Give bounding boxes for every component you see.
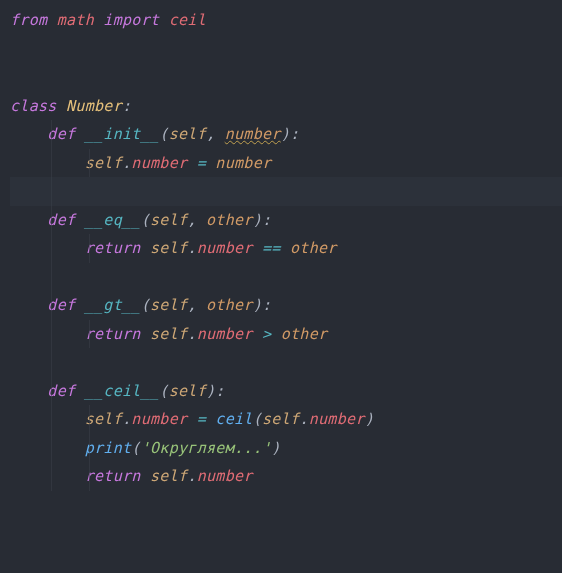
code-line[interactable]: self.number = ceil(self.number)	[10, 405, 562, 434]
lparen: (	[159, 125, 168, 143]
attribute: number	[197, 325, 253, 343]
code-line[interactable]: return self.number == other	[10, 234, 562, 263]
comma: ,	[187, 211, 206, 229]
rparen: )	[253, 296, 262, 314]
rparen: )	[253, 211, 262, 229]
keyword-return: return	[85, 239, 141, 257]
keyword-from: from	[10, 11, 47, 29]
blank-line-highlighted[interactable]	[10, 177, 562, 206]
blank-line[interactable]	[10, 263, 562, 292]
rparen: )	[271, 439, 280, 457]
attribute: number	[197, 467, 253, 485]
comma: ,	[206, 125, 225, 143]
self-ref: self	[150, 325, 187, 343]
self-ref: self	[150, 239, 187, 257]
code-line[interactable]: def __init__(self, number):	[10, 120, 562, 149]
code-line[interactable]: return self.number > other	[10, 320, 562, 349]
dot: .	[299, 410, 308, 428]
rparen: )	[281, 125, 290, 143]
method-name: __init__	[85, 125, 160, 143]
lparen: (	[159, 382, 168, 400]
keyword-import: import	[103, 11, 159, 29]
dot: .	[187, 467, 196, 485]
method-name: __eq__	[85, 211, 141, 229]
print-call: print	[85, 439, 132, 457]
param-number: number	[225, 125, 281, 143]
rparen: )	[365, 410, 374, 428]
function-call: ceil	[215, 410, 252, 428]
gt-op: >	[262, 325, 271, 343]
self-ref: self	[85, 410, 122, 428]
colon: :	[122, 97, 131, 115]
self-ref: self	[85, 154, 122, 172]
dot: .	[187, 325, 196, 343]
blank-line[interactable]	[10, 63, 562, 92]
comma: ,	[187, 296, 206, 314]
code-line[interactable]: from math import ceil	[10, 6, 562, 35]
eq-op: ==	[262, 239, 281, 257]
rhs-var: other	[281, 325, 328, 343]
colon: :	[215, 382, 224, 400]
rhs-var: other	[290, 239, 337, 257]
rparen: )	[206, 382, 215, 400]
self-ref: self	[150, 467, 187, 485]
attribute: number	[309, 410, 365, 428]
assign-op: =	[197, 154, 206, 172]
keyword-class: class	[10, 97, 57, 115]
colon: :	[290, 125, 299, 143]
blank-line[interactable]	[10, 35, 562, 64]
dot: .	[122, 154, 131, 172]
param-self: self	[150, 296, 187, 314]
dot: .	[187, 239, 196, 257]
imported-name: ceil	[169, 11, 206, 29]
string-literal: 'Округляем...'	[141, 439, 272, 457]
lparen: (	[253, 410, 262, 428]
code-line[interactable]: class Number:	[10, 92, 562, 121]
param-self: self	[150, 211, 187, 229]
code-line[interactable]: def __ceil__(self):	[10, 377, 562, 406]
keyword-return: return	[85, 325, 141, 343]
method-name: __gt__	[85, 296, 141, 314]
param-self: self	[169, 125, 206, 143]
code-line[interactable]: def __gt__(self, other):	[10, 291, 562, 320]
attribute: number	[197, 239, 253, 257]
blank-line[interactable]	[10, 348, 562, 377]
attribute: number	[131, 410, 187, 428]
code-line[interactable]: def __eq__(self, other):	[10, 206, 562, 235]
class-name: Number	[66, 97, 122, 115]
code-line[interactable]: self.number = number	[10, 149, 562, 178]
attribute: number	[131, 154, 187, 172]
self-ref: self	[262, 410, 299, 428]
lparen: (	[131, 439, 140, 457]
code-line[interactable]: print('Округляем...')	[10, 434, 562, 463]
dot: .	[122, 410, 131, 428]
colon: :	[262, 296, 271, 314]
keyword-return: return	[85, 467, 141, 485]
code-editor[interactable]: from math import ceil class Number: def …	[10, 6, 562, 491]
colon: :	[262, 211, 271, 229]
param-other: other	[206, 211, 253, 229]
lparen: (	[141, 211, 150, 229]
module-name: math	[57, 11, 94, 29]
method-name: __ceil__	[85, 382, 160, 400]
param-self: self	[169, 382, 206, 400]
param-other: other	[206, 296, 253, 314]
rhs-var: number	[215, 154, 271, 172]
code-line[interactable]: return self.number	[10, 462, 562, 491]
lparen: (	[141, 296, 150, 314]
assign-op: =	[197, 410, 206, 428]
